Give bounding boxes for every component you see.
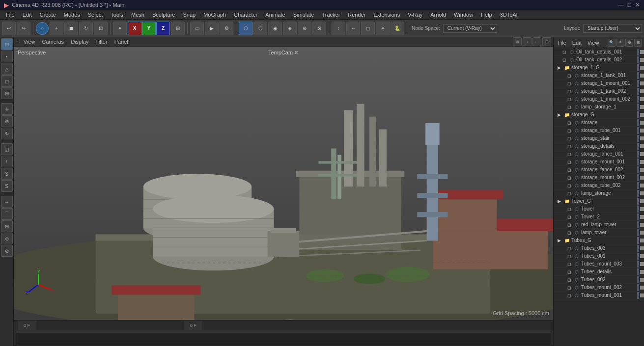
- cube-button[interactable]: ■: [64, 22, 78, 35]
- menu-item-window[interactable]: Window: [450, 11, 477, 19]
- viewport[interactable]: Perspective TempCam ⊡ Grid Spacing : 500…: [14, 47, 553, 320]
- search-icon[interactable]: 🔍: [608, 39, 616, 47]
- menu-item-extensions[interactable]: Extensions: [369, 11, 404, 19]
- object-mode-button[interactable]: ○: [36, 22, 49, 35]
- menu-item-select[interactable]: Select: [84, 11, 107, 19]
- layout-select[interactable]: Startup (User): [583, 24, 642, 33]
- add2-tool[interactable]: ⊕: [1, 233, 13, 244]
- menu-item-arnold[interactable]: Arnold: [426, 11, 450, 19]
- wire-button[interactable]: ⬡: [253, 22, 267, 35]
- maximize-button[interactable]: □: [628, 1, 631, 8]
- tree-item[interactable]: ◻ ⬡ storage_details: [554, 142, 644, 150]
- tree-item[interactable]: ◻ ⬡ Tower_2: [554, 213, 644, 221]
- menu-item-help[interactable]: Help: [477, 11, 496, 19]
- tree-item[interactable]: ▶ 📁 storage_G: [554, 111, 644, 119]
- tree-item[interactable]: ◻ ⬡ storage_mount_001: [554, 158, 644, 166]
- menu-item-simulate[interactable]: Simulate: [289, 11, 318, 19]
- tree-item[interactable]: ◻ ⬡ lamp_storage_1: [554, 103, 644, 111]
- tree-item[interactable]: ◻ ⬡ storage_fance_002: [554, 166, 644, 174]
- menu-item-tools[interactable]: Tools: [107, 11, 127, 19]
- tree-item[interactable]: ◻ ⬡ Tubes_002: [554, 276, 644, 284]
- shading-button[interactable]: ◈: [283, 22, 297, 35]
- select-rect-button[interactable]: ▭: [190, 22, 204, 35]
- menu-item-snap[interactable]: Snap: [179, 11, 199, 19]
- settings-button[interactable]: ⚙: [220, 22, 233, 35]
- menu-item-mesh[interactable]: Mesh: [127, 11, 148, 19]
- knife-tool[interactable]: /: [1, 156, 13, 167]
- display-menu[interactable]: Display: [69, 38, 90, 46]
- rotate-tool[interactable]: ↻: [1, 128, 13, 139]
- tree-item[interactable]: ◻ ⬡ Tubes_mount_003: [554, 260, 644, 268]
- floor-button[interactable]: ⊠: [312, 22, 326, 35]
- uvw-tool[interactable]: ⊞: [1, 87, 13, 99]
- tree-item[interactable]: ◻ ⬡ Oil_tank_details_001: [554, 48, 644, 56]
- x-axis-button[interactable]: X: [128, 22, 141, 35]
- menu-item-create[interactable]: Create: [36, 11, 60, 19]
- tree-item[interactable]: ◻ ⬡ storage_tube_001: [554, 127, 644, 134]
- vp-icon3[interactable]: □: [532, 37, 541, 46]
- light2-button[interactable]: ☀: [376, 22, 390, 35]
- tree-item[interactable]: ◻ ⬡ storage_1_mount_002: [554, 95, 644, 103]
- menu-item-sculpture[interactable]: Sculpture: [148, 11, 179, 19]
- tree-item[interactable]: ◻ ⬡ red_lamp_tower: [554, 221, 644, 229]
- tree-item[interactable]: ◻ ⬡ Tubes_001: [554, 252, 644, 260]
- menu-item-animate[interactable]: Animate: [261, 11, 289, 19]
- cameras-menu[interactable]: Cameras: [40, 38, 66, 46]
- close-button[interactable]: ✕: [635, 1, 640, 8]
- points-tool[interactable]: •: [1, 51, 13, 62]
- move-button[interactable]: ✦: [113, 22, 127, 35]
- model-mode-tool[interactable]: ⊡: [1, 38, 13, 50]
- menu-item-character[interactable]: Character: [230, 11, 261, 19]
- scene-tree[interactable]: ◻ ⬡ Oil_tank_details_001 ◻ ⬡ Oil_tank_de…: [554, 48, 644, 346]
- menu-item-3dtoall[interactable]: 3DToAll: [496, 11, 523, 19]
- y-axis-button[interactable]: Y: [142, 22, 156, 35]
- script-button[interactable]: 🐍: [391, 22, 404, 35]
- bend-tool[interactable]: ⌒: [1, 208, 13, 220]
- undo-button[interactable]: ↩: [2, 22, 16, 35]
- view-menu-right[interactable]: View: [586, 39, 601, 47]
- menu-item-render[interactable]: Render: [344, 11, 369, 19]
- grid-tool[interactable]: ⊞: [1, 220, 13, 232]
- tree-item[interactable]: ◻ ⬡ lamp_tower: [554, 229, 644, 237]
- expand-icon[interactable]: ⊞: [634, 39, 642, 47]
- tree-item[interactable]: ◻ ⬡ storage_fance_001: [554, 150, 644, 158]
- view-menu[interactable]: View: [22, 38, 37, 46]
- arrow-tool[interactable]: →: [1, 196, 13, 208]
- vp-icon1[interactable]: ⊞: [513, 37, 522, 46]
- minus-tool[interactable]: ⊘: [1, 245, 13, 257]
- z-axis-button[interactable]: Z: [156, 22, 170, 35]
- menu-item-v-ray[interactable]: V-Ray: [404, 11, 426, 19]
- menu-item-mograph[interactable]: MoGraph: [199, 11, 230, 19]
- select-tool[interactable]: ◱: [1, 143, 13, 155]
- tree-item[interactable]: ◻ ⬡ storage_1_tank_002: [554, 87, 644, 95]
- redo-button[interactable]: ↪: [17, 22, 30, 35]
- timeline-ruler[interactable]: 0 F 0 5 10 15 20: [14, 320, 553, 330]
- vp-icon2[interactable]: ↓: [523, 37, 532, 46]
- coord-button[interactable]: ⊞: [171, 22, 185, 35]
- camera-button[interactable]: ◻: [361, 22, 375, 35]
- menu-item-tracker[interactable]: Tracker: [318, 11, 344, 19]
- light-button[interactable]: ◉: [268, 22, 282, 35]
- tree-item[interactable]: ◻ ⬡ Tubes_mount_001: [554, 292, 644, 299]
- tree-item[interactable]: ▶ 📁 storage_1_G: [554, 64, 644, 72]
- s-tool[interactable]: S: [1, 168, 13, 180]
- edit-menu-right[interactable]: Edit: [570, 39, 584, 47]
- rotate-button[interactable]: ↻: [79, 22, 93, 35]
- edges-tool[interactable]: △: [1, 63, 13, 75]
- polygons-tool[interactable]: ◻: [1, 75, 13, 87]
- menu-item-file[interactable]: File: [2, 11, 19, 19]
- tree-item[interactable]: ◻ ⬡ storage_1_tank_001: [554, 72, 644, 80]
- tex-button[interactable]: ⊛: [298, 22, 311, 35]
- tool5-button[interactable]: ⊡: [94, 22, 108, 35]
- filter-icon[interactable]: ≡: [616, 39, 624, 47]
- scale-tool-button[interactable]: ↔: [346, 22, 360, 35]
- tree-item[interactable]: ◻ ⬡ storage_mount_002: [554, 174, 644, 182]
- menu-item-edit[interactable]: Edit: [19, 11, 36, 19]
- tree-item[interactable]: ◻ ⬡ Tubes_mount_002: [554, 284, 644, 292]
- tree-item[interactable]: ◻ ⬡ Tower: [554, 205, 644, 213]
- tree-item[interactable]: ◻ ⬡ lamp_storage: [554, 189, 644, 197]
- tree-item[interactable]: ◻ ⬡ Tubes_details: [554, 268, 644, 276]
- tree-item[interactable]: ◻ ⬡ Oil_tank_details_002: [554, 56, 644, 64]
- tree-item[interactable]: ◻ ⬡ storage_1_mount_001: [554, 80, 644, 87]
- settings-icon-right[interactable]: ⚙: [625, 39, 633, 47]
